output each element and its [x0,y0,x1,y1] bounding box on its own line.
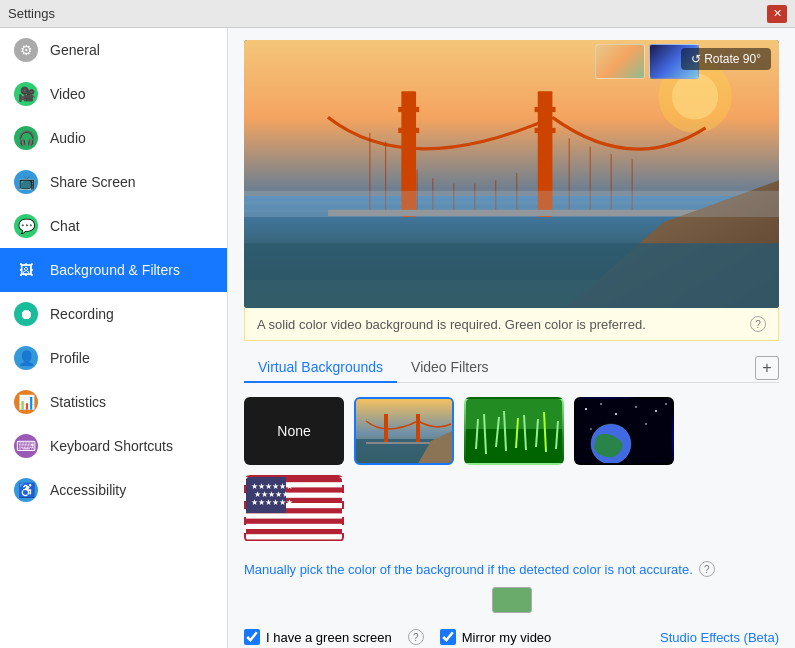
warning-help-icon[interactable]: ? [750,316,766,332]
tabs-row: Virtual Backgrounds Video Filters + [244,353,779,383]
mirror-video-checkbox[interactable] [440,629,456,645]
profile-icon: 👤 [14,346,38,370]
svg-point-52 [590,428,591,429]
bottom-row: I have a green screen ? Mirror my video … [244,629,779,645]
content-area: ↺ Rotate 90° A solid color video backgro… [228,28,795,648]
sidebar-item-label-video: Video [50,86,86,102]
rotate-button[interactable]: ↺ Rotate 90° [681,48,771,70]
keyboard-shortcuts-icon: ⌨ [14,434,38,458]
svg-rect-61 [246,524,344,529]
background-filters-icon: 🖼 [14,258,38,282]
tab-virtual-backgrounds[interactable]: Virtual Backgrounds [244,353,397,383]
audio-icon: 🎧 [14,126,38,150]
background-preview-svg [244,40,779,308]
svg-point-51 [665,403,667,405]
svg-rect-31 [416,414,420,444]
video-icon: 🎥 [14,82,38,106]
manual-color-row: Manually pick the color of the backgroun… [244,561,779,577]
tile-none-label: None [277,423,310,439]
tile-flag-svg: ★★★★★★ ★★★★★ ★★★★★★ [246,477,344,543]
background-tiles: None [244,397,779,543]
svg-rect-35 [466,429,564,465]
sidebar-item-label-accessibility: Accessibility [50,482,126,498]
sidebar-item-general[interactable]: ⚙General [0,28,227,72]
svg-point-49 [635,406,637,408]
svg-point-2 [672,73,718,119]
svg-text:★★★★★★: ★★★★★★ [251,498,293,507]
sidebar-item-label-share-screen: Share Screen [50,174,136,190]
warning-text: A solid color video background is requir… [257,317,646,332]
sidebar-item-label-profile: Profile [50,350,90,366]
studio-effects-link[interactable]: Studio Effects (Beta) [660,630,779,645]
tile-grass[interactable] [464,397,564,465]
svg-rect-60 [246,513,344,518]
title-bar: Settings ✕ [0,0,795,28]
green-screen-checkbox[interactable] [244,629,260,645]
mirror-video-checkbox-item[interactable]: Mirror my video [440,629,552,645]
svg-rect-27 [244,191,779,217]
sidebar-item-label-background-filters: Background & Filters [50,262,180,278]
general-icon: ⚙ [14,38,38,62]
svg-point-47 [600,403,602,405]
svg-rect-62 [246,534,344,539]
manual-color-text: Manually pick the color of the backgroun… [244,562,693,577]
sidebar-item-recording[interactable]: ⏺Recording [0,292,227,336]
sidebar-item-label-chat: Chat [50,218,80,234]
sidebar-item-keyboard-shortcuts[interactable]: ⌨Keyboard Shortcuts [0,424,227,468]
svg-rect-8 [398,107,419,112]
sidebar-item-label-statistics: Statistics [50,394,106,410]
svg-point-48 [615,413,617,415]
green-screen-label: I have a green screen [266,630,392,645]
sidebar-item-label-audio: Audio [50,130,86,146]
svg-point-53 [645,423,647,425]
add-background-button[interactable]: + [755,356,779,380]
statistics-icon: 📊 [14,390,38,414]
accessibility-icon: ♿ [14,478,38,502]
chat-icon: 💬 [14,214,38,238]
manual-color-help-icon[interactable]: ? [699,561,715,577]
svg-rect-11 [535,128,556,133]
main-container: ⚙General🎥Video🎧Audio📺Share Screen💬Chat🖼B… [0,28,795,648]
thumb-1 [595,44,645,79]
sidebar-item-chat[interactable]: 💬Chat [0,204,227,248]
sidebar-item-video[interactable]: 🎥Video [0,72,227,116]
sidebar-item-profile[interactable]: 👤Profile [0,336,227,380]
sidebar-item-label-recording: Recording [50,306,114,322]
sidebar-item-background-filters[interactable]: 🖼Background & Filters [0,248,227,292]
preview-image [244,40,779,308]
green-screen-help-icon[interactable]: ? [408,629,424,645]
svg-point-50 [655,410,657,412]
tile-bridge[interactable] [354,397,454,465]
sidebar-item-audio[interactable]: 🎧Audio [0,116,227,160]
color-swatch[interactable] [492,587,532,613]
tile-flag[interactable]: ★★★★★★ ★★★★★ ★★★★★★ [244,475,344,543]
window-title: Settings [8,6,55,21]
warning-bar: A solid color video background is requir… [244,308,779,341]
svg-rect-10 [535,107,556,112]
sidebar-item-label-general: General [50,42,100,58]
svg-rect-26 [244,243,779,308]
preview-container: ↺ Rotate 90° [244,40,779,308]
tabs-left: Virtual Backgrounds Video Filters [244,353,503,382]
share-screen-icon: 📺 [14,170,38,194]
sidebar-item-share-screen[interactable]: 📺Share Screen [0,160,227,204]
green-screen-checkbox-item[interactable]: I have a green screen [244,629,392,645]
mirror-video-label: Mirror my video [462,630,552,645]
tile-space[interactable] [574,397,674,465]
tile-bridge-svg [356,399,454,465]
color-swatch-container [244,587,779,613]
svg-rect-9 [398,128,419,133]
sidebar: ⚙General🎥Video🎧Audio📺Share Screen💬Chat🖼B… [0,28,228,648]
tile-space-svg [576,399,674,465]
sidebar-item-statistics[interactable]: 📊Statistics [0,380,227,424]
svg-point-46 [585,408,587,410]
tab-video-filters[interactable]: Video Filters [397,353,503,383]
close-button[interactable]: ✕ [767,5,787,23]
recording-icon: ⏺ [14,302,38,326]
tile-none[interactable]: None [244,397,344,465]
sidebar-item-label-keyboard-shortcuts: Keyboard Shortcuts [50,438,173,454]
tile-grass-svg [466,399,564,465]
sidebar-item-accessibility[interactable]: ♿Accessibility [0,468,227,512]
